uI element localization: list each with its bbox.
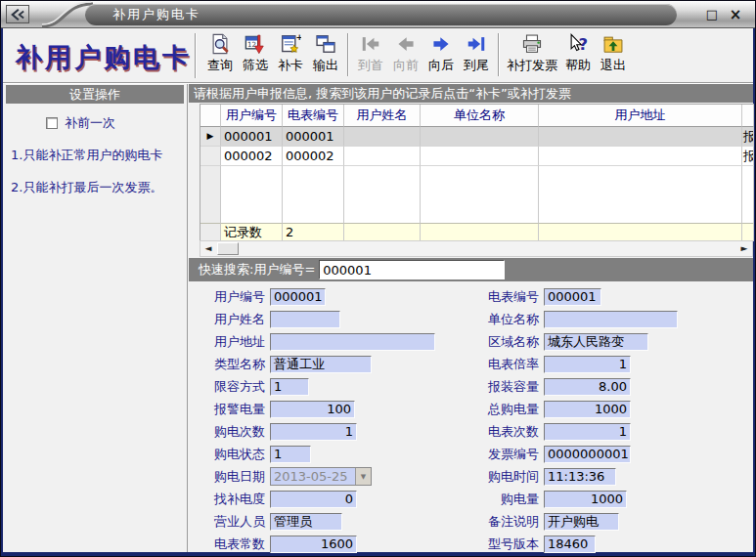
app-logo-icon — [6, 5, 29, 23]
form-field[interactable]: 普通工业 — [270, 356, 372, 373]
form-field[interactable]: 1 — [270, 446, 311, 463]
toolbar-separator — [498, 33, 500, 76]
form-field[interactable]: 城东人民路变 — [544, 333, 648, 351]
form-row: 类型名称普通工业 — [197, 353, 435, 375]
toolbar-button-label: 补卡 — [278, 57, 303, 74]
main-area: 设置操作 补前一次 1.只能补正常用户的购电卡 2.只能补打最后一次发票。 请根… — [3, 84, 753, 552]
form-field[interactable]: 1 — [544, 356, 631, 373]
form-row: 购电时间11:13:36 — [470, 465, 678, 488]
form-field[interactable] — [270, 333, 435, 351]
help-icon: ? — [566, 32, 590, 56]
form-field[interactable]: 100 — [270, 401, 355, 418]
form-field[interactable] — [544, 311, 678, 328]
toolbar-button-export[interactable]: 输出 — [308, 31, 343, 74]
form-field[interactable]: 1600 — [270, 536, 357, 553]
field-label: 购电日期 — [197, 468, 268, 486]
form-column-left: 用户编号000001用户姓名用户地址类型名称普通工业限容方式1报警电量100购电… — [197, 285, 435, 555]
toolbar-button-label: 输出 — [313, 57, 338, 74]
field-label: 总购电量 — [470, 401, 542, 418]
scrollbar-thumb[interactable] — [217, 242, 239, 255]
toolbar-button-reprint-invoice[interactable]: 补打发票 — [504, 31, 560, 74]
field-label: 电表常数 — [197, 536, 268, 553]
toolbar-button-nav-first: 到首 — [353, 31, 388, 74]
toolbar-button-nav-last[interactable]: 到尾 — [459, 31, 494, 74]
form-row: 总购电量1000 — [470, 398, 678, 420]
form-field[interactable]: 11:13:36 — [544, 468, 616, 486]
field-label: 用户姓名 — [197, 311, 268, 328]
form-field[interactable]: 000001 — [544, 288, 601, 306]
svg-text:12: 12 — [247, 40, 256, 49]
toolbar-button-label: 查询 — [207, 57, 233, 74]
column-header: 用户地址 — [539, 105, 742, 127]
table-row[interactable]: ▶000001000001报 — [200, 127, 754, 147]
form-column-right: 电表编号000001单位名称区域名称城东人民路变电表倍率1报装容量8.00总购电… — [470, 285, 678, 555]
form-field[interactable]: 000001 — [270, 288, 326, 306]
sidebar-note-2: 2.只能补打最后一次发票。 — [11, 179, 187, 196]
toolbar-button-reissue-card[interactable]: +补卡 — [273, 31, 308, 74]
exit-icon — [601, 32, 625, 56]
toolbar-button-label: 退出 — [600, 57, 626, 74]
toolbar-button-query-search[interactable]: 查询 — [202, 31, 238, 74]
reprint-invoice-icon — [520, 32, 544, 56]
close-button[interactable]: × — [726, 6, 745, 23]
field-label: 购电状态 — [197, 446, 268, 463]
form-field[interactable]: 管理员 — [270, 513, 342, 531]
page-title: 补用户购电卡 — [16, 40, 192, 75]
nav-prev-icon — [394, 32, 418, 56]
form-field[interactable]: 1 — [544, 423, 631, 441]
filter-icon: 12 — [244, 32, 267, 56]
grid-instruction-message: 请根据用户申报信息, 搜索到该用户的记录后点击“补卡”或补打发票 — [189, 84, 753, 103]
scroll-right-icon[interactable]: ► — [736, 241, 752, 256]
toolbar-button-label: 向前 — [393, 57, 419, 74]
purchase-date-combobox[interactable]: 2013-05-25▼ — [270, 467, 372, 486]
form-field[interactable]: 18460 — [544, 536, 596, 553]
quick-search-input[interactable] — [319, 260, 505, 279]
form-field[interactable]: 0 — [270, 491, 357, 508]
table-row[interactable]: 000002000002报 — [200, 147, 754, 166]
form-field[interactable]: 1000 — [544, 401, 631, 418]
form-row: 电表次数1 — [470, 420, 678, 443]
chevron-down-icon[interactable]: ▼ — [355, 468, 371, 485]
toolbar-button-nav-prev: 向前 — [388, 31, 423, 74]
form-row: 电表倍率1 — [470, 353, 678, 375]
scroll-left-icon[interactable]: ◄ — [200, 241, 216, 256]
form-field[interactable]: 开户购电 — [544, 513, 619, 531]
form-field[interactable] — [270, 311, 340, 328]
data-grid: 用户编号电表编号用户姓名单位名称用户地址▶000001000001报000002… — [200, 104, 754, 241]
form-row: 营业人员管理员 — [197, 510, 435, 533]
toolbar-button-label: 向后 — [428, 57, 454, 74]
form-field[interactable]: 1 — [270, 423, 357, 441]
export-icon — [314, 32, 337, 56]
form-row: 限容方式1 — [197, 375, 435, 398]
checkbox-icon[interactable] — [46, 117, 58, 129]
horizontal-scrollbar[interactable]: ◄ ► — [200, 240, 753, 257]
toolbar-button-filter[interactable]: 12筛选 — [238, 31, 273, 74]
window-body: 补用户购电卡 查询12筛选+补卡输出到首向前向后到尾补打发票?帮助退出 设置操作… — [3, 28, 753, 552]
form-field[interactable]: 1000 — [544, 491, 627, 508]
title-bar: 补用户购电卡 □ × — [1, 1, 755, 28]
content-area: 请根据用户申报信息, 搜索到该用户的记录后点击“补卡”或补打发票 用户编号电表编… — [189, 84, 753, 552]
quick-search-bar: 快速搜索:用户编号= — [189, 258, 753, 281]
field-label: 报警电量 — [197, 401, 268, 418]
form-row: 用户姓名 — [197, 308, 435, 330]
form-field[interactable]: 1 — [270, 378, 309, 396]
svg-text:+: + — [296, 33, 302, 42]
reissue-card-icon: + — [279, 32, 302, 56]
form-row: 用户地址 — [197, 330, 435, 353]
toolbar-button-nav-next[interactable]: 向后 — [423, 31, 459, 74]
form-field[interactable]: 0000000001 — [544, 446, 631, 463]
toolbar-button-help[interactable]: ?帮助 — [560, 31, 596, 74]
record-count-row: 记录数2 — [200, 223, 754, 241]
reissue-previous-checkbox[interactable]: 补前一次 — [46, 114, 187, 132]
maximize-button[interactable]: □ — [702, 6, 722, 23]
field-label: 发票编号 — [470, 446, 542, 463]
form-row: 报装容量8.00 — [470, 375, 678, 398]
grid-header-row: 用户编号电表编号用户姓名单位名称用户地址 — [200, 105, 754, 127]
field-label: 购电时间 — [470, 468, 542, 486]
toolbar-button-exit[interactable]: 退出 — [596, 31, 631, 74]
toolbar: 查询12筛选+补卡输出到首向前向后到尾补打发票?帮助退出 — [202, 31, 631, 76]
form-field[interactable]: 8.00 — [544, 378, 631, 396]
field-label: 型号版本 — [470, 536, 542, 553]
query-search-icon — [208, 32, 232, 56]
form-row: 找补电度0 — [197, 488, 435, 510]
